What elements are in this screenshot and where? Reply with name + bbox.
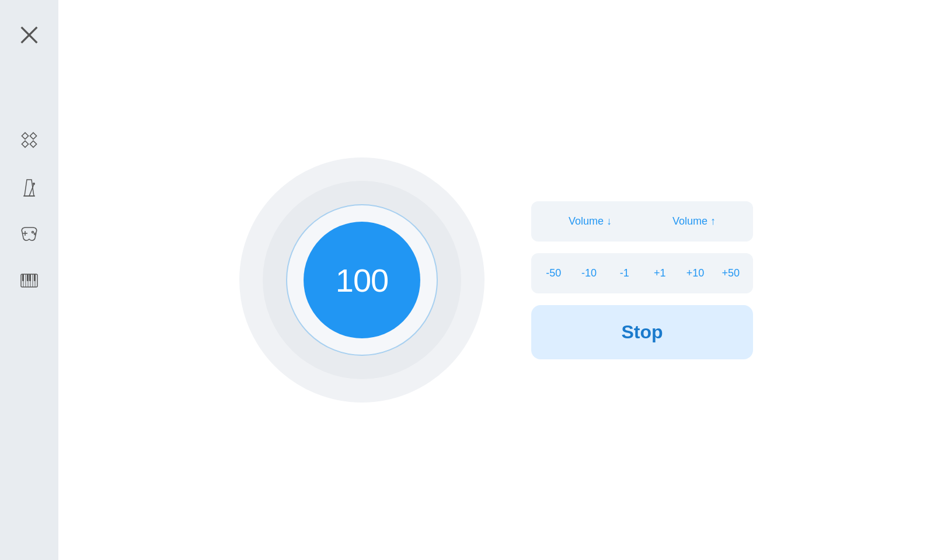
sidebar-item-diamonds[interactable] <box>0 117 58 163</box>
svg-rect-23 <box>29 274 31 281</box>
volume-row: Volume ↓ Volume ↑ <box>531 201 753 242</box>
bpm-center: 100 <box>304 222 420 338</box>
sidebar-item-metronome[interactable] <box>0 163 58 210</box>
piano-icon <box>18 268 41 292</box>
sidebar <box>0 0 58 560</box>
svg-rect-3 <box>30 132 36 139</box>
bpm-value: 100 <box>336 261 388 299</box>
svg-point-8 <box>33 183 35 185</box>
svg-rect-5 <box>30 141 36 147</box>
bpm-plus10-button[interactable]: +10 <box>678 257 713 290</box>
svg-rect-2 <box>22 132 28 139</box>
svg-rect-24 <box>34 274 36 281</box>
bpm-minus1-button[interactable]: -1 <box>607 257 642 290</box>
svg-point-12 <box>32 232 34 233</box>
main-content: 100 Volume ↓ Volume ↑ -50 -10 -1 +1 +10 … <box>58 0 934 560</box>
svg-point-13 <box>34 233 36 235</box>
svg-rect-22 <box>27 274 29 281</box>
bpm-minus50-button[interactable]: -50 <box>536 257 571 290</box>
controls-panel: Volume ↓ Volume ↑ -50 -10 -1 +1 +10 +50 … <box>531 201 753 359</box>
diamonds-icon <box>18 128 41 152</box>
bpm-plus50-button[interactable]: +50 <box>713 257 748 290</box>
bpm-dial[interactable]: 100 <box>239 158 485 402</box>
sidebar-item-gamepad[interactable] <box>0 210 58 257</box>
volume-down-button[interactable]: Volume ↓ <box>541 206 640 237</box>
metronome-icon <box>18 175 41 198</box>
close-button[interactable] <box>0 12 58 58</box>
gamepad-icon <box>18 222 41 245</box>
svg-rect-4 <box>22 141 28 147</box>
bpm-adjustment-row: -50 -10 -1 +1 +10 +50 <box>531 253 753 293</box>
close-icon <box>18 23 41 47</box>
bpm-minus10-button[interactable]: -10 <box>571 257 607 290</box>
stop-button[interactable]: Stop <box>531 305 753 359</box>
sidebar-item-piano[interactable] <box>0 257 58 303</box>
svg-rect-21 <box>22 274 24 281</box>
bpm-plus1-button[interactable]: +1 <box>642 257 678 290</box>
volume-up-button[interactable]: Volume ↑ <box>644 206 744 237</box>
